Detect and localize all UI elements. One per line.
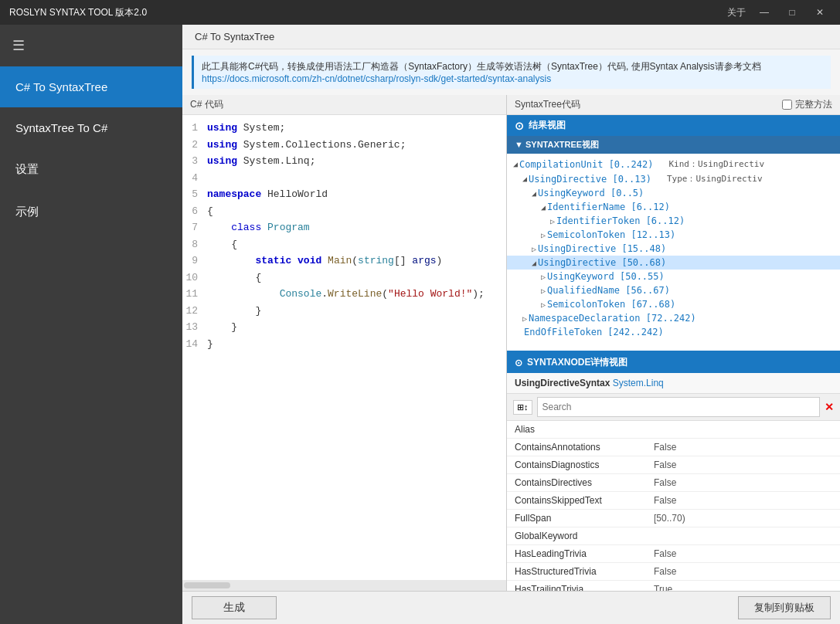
- tree-item[interactable]: ▷ NamespaceDeclaration [72..242): [507, 311, 840, 325]
- sidebar-item-settings[interactable]: 设置: [0, 148, 182, 191]
- checkbox-text: 完整方法: [795, 98, 832, 111]
- code-line: 13 }: [182, 319, 506, 336]
- tree-item[interactable]: ▷ UsingDirective [15..48): [507, 242, 840, 256]
- tree-item[interactable]: ▷ IdentifierToken [6..12): [507, 214, 840, 228]
- code-line: 10 {: [182, 270, 506, 287]
- line-number: 14: [182, 337, 207, 352]
- info-box: 此工具能将C#代码，转换成使用语法工厂构造器（SyntaxFactory）生成等…: [192, 56, 831, 89]
- details-section-header[interactable]: ⊙ SYNTAXNODE详情视图: [507, 352, 840, 373]
- sidebar-item-examples[interactable]: 示例: [0, 191, 182, 233]
- tree-item-selected[interactable]: ◢ UsingDirective [50..68): [507, 256, 840, 270]
- expand-icon: ▷: [541, 300, 546, 309]
- app-title: ROSLYN SYNTAX TOOL 版本2.0: [9, 6, 726, 19]
- sidebar: ☰ C# To SyntaxTree SyntaxTree To C# 设置 示…: [0, 25, 182, 624]
- tree-item[interactable]: ▷ SemicolonToken [12..13): [507, 228, 840, 242]
- node-name: UsingKeyword [0..5): [538, 188, 644, 198]
- expand-icon: ▷: [541, 273, 546, 281]
- expand-icon: ◢: [541, 203, 546, 212]
- expand-icon: ◢: [532, 189, 536, 198]
- syntaxtree-panel-title: SyntaxTree代码: [515, 98, 580, 111]
- maximize-button[interactable]: □: [781, 5, 803, 20]
- details-row-key: ContainsSkippedText: [507, 492, 646, 510]
- node-name: UsingDirective [50..68): [538, 257, 666, 268]
- line-number: 2: [182, 137, 207, 153]
- details-ns-name: System.Linq: [613, 378, 664, 388]
- main-layout: ☰ C# To SyntaxTree SyntaxTree To C# 设置 示…: [0, 25, 840, 624]
- panels: C# 代码 1 using System; 2 using System.Col…: [182, 95, 840, 591]
- details-toolbar: ⊞↕ ✕: [507, 394, 840, 421]
- line-number: 1: [182, 120, 207, 136]
- tree-item[interactable]: ▷ SemicolonToken [67..68): [507, 297, 840, 311]
- node-name: UsingDirective [15..48): [538, 243, 666, 254]
- code-line: 6 {: [182, 203, 506, 220]
- window-controls: 关于 — □ ✕: [726, 5, 831, 20]
- line-number: 8: [182, 237, 207, 253]
- sidebar-item-syntaxtree-to-csharp[interactable]: SyntaxTree To C#: [0, 107, 182, 148]
- hamburger-icon[interactable]: ☰: [0, 25, 182, 66]
- tree-item[interactable]: EndOfFileToken [242..242): [507, 325, 840, 339]
- tree-content: ◢ CompilationUnit [0..242) Kind：UsingDir…: [507, 154, 840, 342]
- code-line: 3 using System.Linq;: [182, 153, 506, 170]
- details-row-value: False: [646, 492, 840, 510]
- line-number: 3: [182, 154, 207, 169]
- code-line: 2 using System.Collections.Generic;: [182, 137, 506, 154]
- about-button[interactable]: 关于: [726, 5, 747, 20]
- expand-icon: ◢: [532, 259, 536, 267]
- node-name: SemicolonToken [12..13): [547, 229, 675, 240]
- tree-item[interactable]: ◢ UsingDirective [0..13) Type：UsingDirec…: [507, 171, 840, 186]
- code-line: 7 class Program: [182, 219, 506, 236]
- line-number: 4: [182, 171, 207, 186]
- tree-section-title: SYNTAXTREE视图: [525, 140, 599, 149]
- details-row-key: HasLeadingTrivia: [507, 545, 646, 563]
- details-section: ⊙ SYNTAXNODE详情视图 UsingDirectiveSyntax Sy…: [507, 352, 840, 591]
- details-row-value: False: [646, 563, 840, 581]
- complete-method-checkbox[interactable]: [782, 100, 792, 110]
- line-number: 11: [182, 287, 207, 302]
- search-input[interactable]: [537, 397, 821, 417]
- sidebar-item-csharp-to-syntaxtree[interactable]: C# To SyntaxTree: [0, 66, 182, 107]
- node-name: IdentifierToken [6..12): [556, 215, 685, 226]
- code-line: 4: [182, 170, 506, 187]
- close-button[interactable]: ✕: [809, 5, 831, 20]
- sort-icon-button[interactable]: ⊞↕: [513, 400, 532, 415]
- info-link[interactable]: https://docs.microsoft.com/zh-cn/dotnet/…: [202, 73, 551, 84]
- generate-button[interactable]: 生成: [192, 596, 277, 619]
- details-table-row: ContainsDiagnosticsFalse: [507, 456, 840, 474]
- details-table: AliasContainsAnnotationsFalseContainsDia…: [507, 421, 840, 591]
- tree-section: ▼ SYNTAXTREE视图 ◢ CompilationUnit [0..242…: [507, 136, 840, 352]
- horizontal-scrollbar[interactable]: [182, 580, 506, 591]
- info-text: 此工具能将C#代码，转换成使用语法工厂构造器（SyntaxFactory）生成等…: [202, 60, 823, 73]
- bottom-bar: 生成 复制到剪贴板: [182, 591, 840, 624]
- details-row-key: FullSpan: [507, 510, 646, 527]
- node-name: NamespaceDeclaration [72..242): [529, 313, 696, 324]
- copy-button[interactable]: 复制到剪贴板: [738, 596, 831, 619]
- code-editor[interactable]: 1 using System; 2 using System.Collectio…: [182, 115, 506, 580]
- results-section-header[interactable]: ⊙ 结果视图: [507, 115, 840, 136]
- tree-item[interactable]: ◢ IdentifierName [6..12): [507, 200, 840, 214]
- details-row-value: False: [646, 474, 840, 492]
- node-name: UsingKeyword [50..55): [547, 271, 665, 282]
- expand-icon: ▷: [541, 231, 546, 239]
- details-row-key: GlobalKeyword: [507, 527, 646, 545]
- minimize-button[interactable]: —: [753, 5, 775, 20]
- right-panel-header: SyntaxTree代码 完整方法: [507, 95, 840, 115]
- tree-item[interactable]: ▷ QualifiedName [56..67): [507, 283, 840, 297]
- code-line: 11 Console.WriteLine("Hello World!");: [182, 286, 506, 303]
- tree-item[interactable]: ◢ CompilationUnit [0..242) Kind：UsingDir…: [507, 157, 840, 171]
- tree-item[interactable]: ▷ UsingKeyword [50..55): [507, 270, 840, 283]
- line-number: 13: [182, 320, 207, 335]
- line-number: 5: [182, 187, 207, 202]
- details-type-name: UsingDirectiveSyntax: [515, 378, 610, 388]
- expand-icon: ▷: [532, 245, 536, 253]
- search-clear-icon[interactable]: ✕: [825, 401, 834, 413]
- expand-icon: ▷: [550, 217, 555, 226]
- complete-method-checkbox-label[interactable]: 完整方法: [782, 98, 832, 111]
- details-row-value: False: [646, 439, 840, 456]
- line-number: 12: [182, 304, 207, 319]
- expand-icon: ◢: [522, 175, 527, 183]
- tree-item[interactable]: ◢ UsingKeyword [0..5): [507, 186, 840, 200]
- expand-icon: ◢: [513, 160, 518, 168]
- details-row-value: [646, 527, 840, 545]
- tree-subheader: ▼ SYNTAXTREE视图: [507, 136, 840, 154]
- results-section-title: 结果视图: [529, 119, 566, 132]
